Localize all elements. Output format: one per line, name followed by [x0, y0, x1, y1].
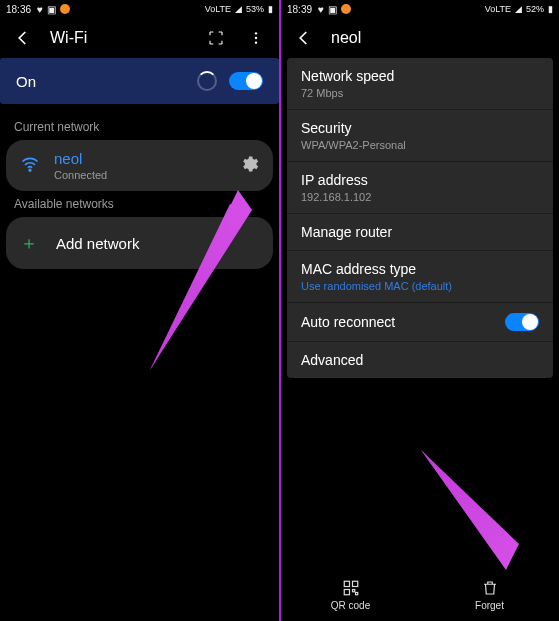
- battery-icon: ▮: [268, 4, 273, 14]
- page-title: neol: [331, 29, 361, 47]
- svg-point-2: [255, 41, 257, 43]
- wifi-on-label: On: [16, 73, 36, 90]
- svg-rect-4: [344, 581, 349, 586]
- detail-key: IP address: [301, 172, 539, 188]
- detail-value: 72 Mbps: [301, 87, 539, 99]
- svg-point-3: [29, 169, 31, 171]
- network-status: Connected: [54, 169, 107, 181]
- svg-rect-6: [344, 590, 349, 595]
- detail-row-auto-reconnect[interactable]: Auto reconnect: [287, 303, 553, 342]
- detail-row-manage-router[interactable]: Manage router: [287, 214, 553, 251]
- scan-button[interactable]: [203, 25, 229, 51]
- trash-icon: [481, 579, 499, 597]
- status-bar: 18:39 ♥ ▣ VoLTE ◢ 52% ▮: [281, 0, 559, 18]
- status-left-icons: ♥ ▣: [318, 4, 351, 15]
- status-time: 18:39: [287, 4, 312, 15]
- more-button[interactable]: [243, 25, 269, 51]
- gear-icon: [239, 154, 259, 174]
- heart-icon: ♥: [37, 4, 43, 15]
- detail-value-link: Use randomised MAC (default): [301, 280, 539, 292]
- detail-row-security: Security WPA/WPA2-Personal: [287, 110, 553, 162]
- detail-key: Manage router: [301, 224, 539, 240]
- svg-rect-7: [352, 590, 354, 592]
- status-right-icons: VoLTE ◢ 52% ▮: [485, 4, 553, 14]
- annotation-arrow-forget: [411, 440, 551, 590]
- wifi-master-toggle-row[interactable]: On: [0, 58, 279, 104]
- svg-point-0: [255, 32, 257, 34]
- add-network-label: Add network: [56, 235, 139, 252]
- svg-rect-5: [352, 581, 357, 586]
- network-detail-screen: 18:39 ♥ ▣ VoLTE ◢ 52% ▮ neol Network spe…: [281, 0, 559, 621]
- status-time: 18:36: [6, 4, 31, 15]
- auto-reconnect-toggle[interactable]: [505, 313, 539, 331]
- picture-icon: ▣: [328, 4, 337, 15]
- bottom-action-bar: QR code Forget: [281, 569, 559, 621]
- plus-icon: ＋: [20, 231, 38, 255]
- detail-key: Network speed: [301, 68, 539, 84]
- status-right-icons: VoLTE ◢ 53% ▮: [205, 4, 273, 14]
- volte-icon: VoLTE: [485, 4, 511, 14]
- scan-icon: [208, 30, 224, 46]
- chevron-left-icon: [295, 29, 313, 47]
- detail-value: 192.168.1.102: [301, 191, 539, 203]
- heart-icon: ♥: [318, 4, 324, 15]
- add-network-row[interactable]: ＋ Add network: [6, 217, 273, 269]
- available-networks-card: ＋ Add network: [6, 217, 273, 269]
- signal-icon: ◢: [235, 4, 242, 14]
- battery-text: 53%: [246, 4, 264, 14]
- detail-value: WPA/WPA2-Personal: [301, 139, 539, 151]
- available-networks-label: Available networks: [0, 191, 279, 217]
- more-vert-icon: [248, 30, 264, 46]
- status-left-icons: ♥ ▣: [37, 4, 70, 15]
- picture-icon: ▣: [47, 4, 56, 15]
- forget-label: Forget: [475, 600, 504, 611]
- svg-rect-8: [355, 593, 357, 595]
- qr-code-label: QR code: [331, 600, 370, 611]
- detail-key: Security: [301, 120, 539, 136]
- notification-dot-icon: [341, 4, 351, 14]
- qr-code-button[interactable]: QR code: [281, 569, 420, 621]
- back-button[interactable]: [291, 25, 317, 51]
- detail-row-speed: Network speed 72 Mbps: [287, 58, 553, 110]
- battery-icon: ▮: [548, 4, 553, 14]
- battery-text: 52%: [526, 4, 544, 14]
- notification-dot-icon: [60, 4, 70, 14]
- qr-code-icon: [342, 579, 360, 597]
- svg-point-1: [255, 37, 257, 39]
- volte-icon: VoLTE: [205, 4, 231, 14]
- header: neol: [281, 18, 559, 58]
- detail-key: Advanced: [301, 352, 539, 368]
- header: Wi-Fi: [0, 18, 279, 58]
- network-details-list: Network speed 72 Mbps Security WPA/WPA2-…: [287, 58, 553, 378]
- status-bar: 18:36 ♥ ▣ VoLTE ◢ 53% ▮: [0, 0, 279, 18]
- back-button[interactable]: [10, 25, 36, 51]
- forget-button[interactable]: Forget: [420, 569, 559, 621]
- page-title: Wi-Fi: [50, 29, 87, 47]
- detail-row-advanced[interactable]: Advanced: [287, 342, 553, 378]
- chevron-left-icon: [14, 29, 32, 47]
- signal-icon: ◢: [515, 4, 522, 14]
- wifi-settings-screen: 18:36 ♥ ▣ VoLTE ◢ 53% ▮ Wi-Fi: [0, 0, 281, 621]
- network-name: neol: [54, 150, 107, 167]
- detail-key: MAC address type: [301, 261, 539, 277]
- current-network-card: neol Connected: [6, 140, 273, 191]
- detail-row-mac[interactable]: MAC address type Use randomised MAC (def…: [287, 251, 553, 303]
- loading-spinner-icon: [197, 71, 217, 91]
- detail-key: Auto reconnect: [301, 314, 493, 330]
- current-network-label: Current network: [0, 114, 279, 140]
- detail-row-ip: IP address 192.168.1.102: [287, 162, 553, 214]
- wifi-toggle[interactable]: [229, 72, 263, 90]
- network-settings-button[interactable]: [239, 154, 259, 178]
- wifi-icon: [20, 154, 40, 178]
- current-network-row[interactable]: neol Connected: [6, 140, 273, 191]
